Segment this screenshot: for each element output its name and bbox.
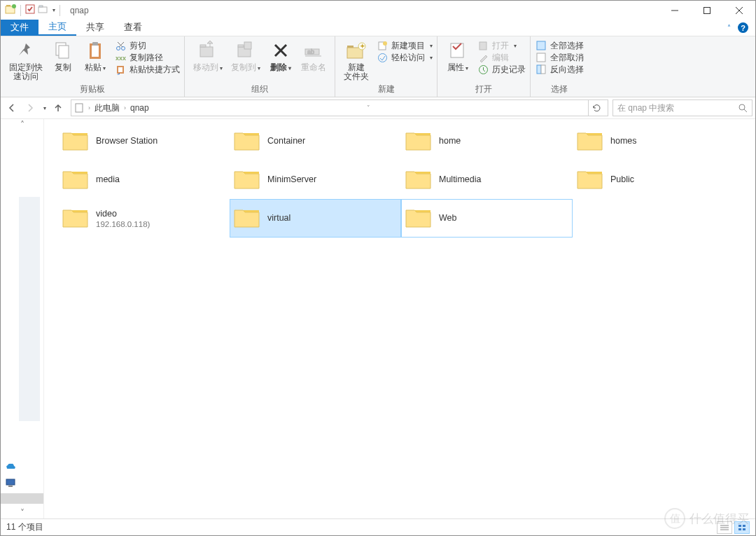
svg-rect-13 (92, 46, 99, 57)
tab-home[interactable]: 主页 (38, 20, 76, 36)
breadcrumb-seg[interactable]: 此电脑 (94, 102, 120, 114)
svg-rect-39 (451, 43, 463, 57)
svg-rect-40 (479, 42, 486, 50)
properties-button[interactable]: 属性▾ (442, 39, 474, 74)
folder-item[interactable]: Multimedia (401, 160, 573, 199)
minimize-button[interactable] (659, 1, 691, 20)
folder-item[interactable]: virtual (230, 199, 401, 238)
folder-name: homes (610, 136, 637, 147)
folder-item[interactable]: Container (230, 122, 401, 160)
folder-item[interactable]: MinimServer (230, 160, 401, 199)
view-details-button[interactable] (717, 521, 732, 534)
help-icon[interactable]: ? (738, 22, 748, 33)
qat-dropdown-icon[interactable]: ▾ (52, 7, 55, 13)
svg-point-38 (379, 54, 387, 62)
svg-rect-5 (39, 6, 43, 7)
move-to-button[interactable]: 移动到▾ (189, 39, 227, 74)
scroll-down-icon[interactable]: ˅ (1, 507, 43, 518)
svg-rect-1 (6, 5, 10, 6)
svg-text:xxx: xxx (115, 55, 126, 62)
svg-rect-25 (238, 45, 244, 47)
ribbon: 固定到快 速访问 复制 粘贴▾ 剪切 xxx复制路径 粘贴快捷方式 剪贴板 (1, 36, 755, 97)
folder-item[interactable]: Public (573, 160, 744, 199)
page-icon (74, 103, 84, 113)
breadcrumb[interactable]: › 此电脑 › qnap ˅ (71, 99, 608, 116)
folder-name: Public (610, 174, 634, 186)
folder-name: media (96, 174, 120, 186)
back-button[interactable] (4, 99, 20, 116)
history-button[interactable]: 历史记录 (478, 64, 526, 75)
refresh-button[interactable] (588, 99, 605, 116)
window-title: qnap (70, 6, 89, 15)
forward-button[interactable] (22, 99, 38, 116)
qat-new-folder-icon[interactable] (38, 4, 48, 16)
rename-button[interactable]: ab 重命名 (297, 39, 330, 74)
folder-icon (404, 126, 433, 156)
svg-rect-26 (244, 42, 251, 49)
close-button[interactable] (723, 1, 755, 20)
new-folder-button[interactable]: ✦ 新建 文件夹 (340, 39, 373, 83)
tab-file[interactable]: 文件 (1, 20, 38, 36)
body: ˄ ˅ Browser StationContainerhomehomesmed… (1, 119, 755, 518)
chevron-right-icon[interactable]: › (122, 104, 128, 111)
easy-access-button[interactable]: 轻松访问▾ (377, 53, 433, 63)
copy-to-button[interactable]: 复制到▾ (227, 39, 265, 74)
folder-icon (404, 203, 433, 233)
folder-item[interactable]: Browser Station (58, 122, 230, 160)
folder-item[interactable]: video192.168.0.118) (58, 199, 230, 238)
svg-text:✦: ✦ (360, 43, 365, 50)
maximize-button[interactable] (691, 1, 723, 20)
svg-rect-11 (59, 46, 69, 58)
app-icon (5, 4, 16, 17)
quick-access-toolbar: ▾ (1, 4, 66, 17)
invert-selection-button[interactable]: 反向选择 (536, 64, 584, 75)
cut-button[interactable]: 剪切 (115, 41, 180, 51)
nav-pane[interactable]: ˄ ˅ (1, 119, 44, 518)
this-pc-icon[interactable] (5, 477, 16, 488)
ribbon-group-new: ✦ 新建 文件夹 新建项目▾ 轻松访问▾ 新建 (335, 36, 438, 97)
select-all-button[interactable]: 全部选择 (536, 41, 584, 51)
new-item-button[interactable]: 新建项目▾ (377, 41, 433, 51)
folder-name: home (439, 136, 461, 147)
folder-icon (61, 126, 90, 156)
folder-item[interactable]: homes (573, 122, 744, 160)
folder-item[interactable]: media (58, 160, 230, 199)
chevron-right-icon[interactable]: › (86, 104, 92, 111)
svg-rect-22 (200, 47, 213, 57)
view-icons-button[interactable] (734, 521, 750, 534)
breadcrumb-dropdown-icon[interactable]: ˅ (364, 104, 373, 111)
folder-item[interactable]: Web (401, 199, 573, 238)
delete-button[interactable]: 删除▾ (265, 39, 297, 74)
search-input[interactable]: 在 qnap 中搜索 (612, 99, 752, 116)
copy-button[interactable]: 复制 (47, 39, 79, 74)
svg-rect-14 (92, 42, 98, 46)
folder-name: video (96, 209, 150, 220)
onedrive-icon[interactable] (5, 461, 16, 472)
group-label-clipboard: 剪贴板 (5, 83, 180, 95)
svg-point-16 (122, 47, 125, 50)
svg-rect-43 (537, 53, 545, 62)
folder-name: Container (267, 136, 305, 147)
svg-rect-4 (38, 7, 47, 13)
paste-button[interactable]: 粘贴▾ (79, 39, 111, 74)
folder-icon (232, 126, 262, 156)
copy-path-button[interactable]: xxx复制路径 (115, 53, 180, 63)
content-pane[interactable]: Browser StationContainerhomehomesmediaMi… (44, 119, 755, 518)
ribbon-collapse-icon[interactable]: ˄ (727, 24, 731, 32)
title-bar: ▾ qnap (1, 1, 755, 20)
qat-properties-icon[interactable] (25, 4, 35, 16)
folder-item[interactable]: home (401, 122, 573, 160)
svg-rect-21 (118, 67, 122, 72)
open-button[interactable]: 打开▾ (478, 41, 526, 51)
tab-share[interactable]: 共享 (76, 20, 114, 36)
pin-button[interactable]: 固定到快 速访问 (5, 39, 47, 83)
paste-shortcut-button[interactable]: 粘贴快捷方式 (115, 64, 180, 75)
up-button[interactable] (50, 99, 66, 116)
select-none-button[interactable]: 全部取消 (536, 53, 584, 63)
edit-button[interactable]: 编辑 (478, 53, 526, 63)
scroll-up-icon[interactable]: ˄ (1, 119, 43, 130)
svg-point-2 (12, 4, 16, 8)
tab-view[interactable]: 查看 (114, 20, 152, 36)
breadcrumb-seg[interactable]: qnap (130, 103, 149, 113)
recent-dropdown-icon[interactable]: ▾ (40, 99, 48, 116)
